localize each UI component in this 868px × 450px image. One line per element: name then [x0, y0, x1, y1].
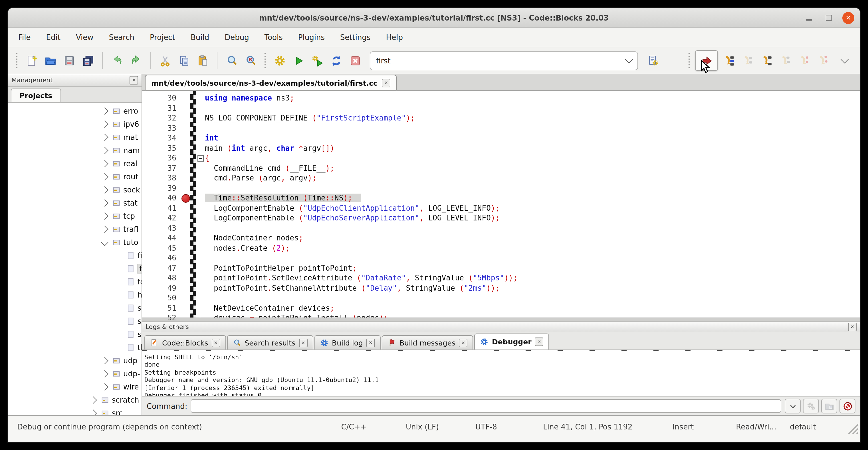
- menu-plugins[interactable]: Plugins: [298, 33, 325, 42]
- chevron-down-icon[interactable]: [101, 239, 108, 246]
- abort-build-button[interactable]: [346, 51, 364, 70]
- open-file-button[interactable]: [42, 51, 59, 70]
- tree-item-he[interactable]: he: [8, 289, 142, 302]
- chevron-right-icon[interactable]: [101, 108, 108, 115]
- build-button[interactable]: [271, 51, 288, 70]
- tree-item-th[interactable]: th: [8, 341, 142, 354]
- run-to-cursor-button[interactable]: [720, 51, 737, 70]
- menu-project[interactable]: Project: [150, 33, 175, 42]
- chevron-right-icon[interactable]: [90, 396, 97, 403]
- tree-item-wire[interactable]: wire: [8, 380, 142, 393]
- chevron-right-icon[interactable]: [101, 212, 108, 219]
- editor-horizontal-scrollbar[interactable]: [142, 318, 860, 322]
- new-file-button[interactable]: [23, 51, 40, 70]
- chevron-right-icon[interactable]: [101, 173, 108, 180]
- tree-item-erro[interactable]: erro: [8, 104, 142, 118]
- chevron-right-icon[interactable]: [101, 120, 108, 128]
- tree-item-fo[interactable]: fo: [8, 275, 142, 289]
- tree-item-tuto[interactable]: tuto: [8, 236, 142, 249]
- editor-tab-close-button[interactable]: ✕: [382, 79, 391, 87]
- tree-item-fir[interactable]: fir: [8, 262, 142, 275]
- toolbar-grip[interactable]: [688, 52, 690, 69]
- step-out-button[interactable]: [776, 51, 793, 70]
- tree-item-sock[interactable]: sock: [8, 183, 142, 197]
- logs-tab-close-button[interactable]: ✕: [535, 337, 544, 346]
- run-button[interactable]: [290, 51, 307, 70]
- code-text[interactable]: using namespace ns3; NS_LOG_COMPONENT_DE…: [204, 91, 860, 318]
- logs-tab-search-results[interactable]: Search results✕: [227, 335, 313, 350]
- menu-edit[interactable]: Edit: [46, 33, 61, 42]
- build-target-button[interactable]: [644, 51, 661, 70]
- logs-tab-build-log[interactable]: Build log✕: [314, 335, 381, 350]
- chevron-right-icon[interactable]: [101, 370, 108, 377]
- tree-item-se[interactable]: se: [8, 302, 142, 314]
- chevron-right-icon[interactable]: [101, 160, 108, 167]
- build-target-combo[interactable]: first: [370, 51, 638, 70]
- find-button[interactable]: [223, 51, 240, 70]
- chevron-right-icon[interactable]: [101, 199, 108, 206]
- fold-marker-icon[interactable]: [197, 155, 204, 161]
- command-input[interactable]: [191, 399, 781, 413]
- logs-tab-debugger[interactable]: Debugger✕: [474, 333, 549, 350]
- next-instruction-button[interactable]: [795, 51, 812, 70]
- breakpoint-margin[interactable]: [181, 91, 190, 318]
- chevron-right-icon[interactable]: [101, 147, 108, 154]
- tree-item-six[interactable]: six: [8, 328, 142, 341]
- chevron-right-icon[interactable]: [101, 186, 108, 193]
- step-into-instruction-button[interactable]: [814, 51, 831, 70]
- maximize-button[interactable]: [823, 12, 834, 23]
- close-button[interactable]: ✕: [842, 12, 854, 24]
- fold-margin[interactable]: [196, 91, 204, 318]
- tree-item-udp-[interactable]: udp-: [8, 367, 142, 380]
- breakpoint-icon[interactable]: [182, 194, 190, 203]
- logs-tab-close-button[interactable]: ✕: [299, 338, 307, 347]
- menu-search[interactable]: Search: [109, 33, 134, 42]
- menu-build[interactable]: Build: [191, 33, 209, 42]
- editor-tab-first-cc[interactable]: mnt/dev/tools/source/ns-3-dev/examples/t…: [145, 75, 397, 90]
- chevron-right-icon[interactable]: [101, 133, 108, 141]
- toolbar-overflow-button[interactable]: [836, 51, 853, 70]
- tree-item-udp[interactable]: udp: [8, 354, 142, 367]
- menu-view[interactable]: View: [76, 33, 94, 42]
- paste-button[interactable]: [194, 51, 211, 70]
- menu-tools[interactable]: Tools: [265, 33, 283, 42]
- chevron-down-button[interactable]: [785, 399, 801, 414]
- menu-help[interactable]: Help: [386, 33, 403, 42]
- resize-grip[interactable]: [846, 421, 858, 434]
- tree-item-se[interactable]: se: [8, 314, 142, 328]
- undo-button[interactable]: [108, 51, 126, 70]
- logs-tab-code-blocks[interactable]: Code::Blocks✕: [144, 335, 226, 350]
- tab-projects[interactable]: Projects: [11, 89, 61, 102]
- redo-button[interactable]: [127, 51, 144, 70]
- menu-debug[interactable]: Debug: [224, 33, 249, 42]
- tree-item-real[interactable]: real: [8, 157, 142, 170]
- stop-button[interactable]: [839, 399, 856, 414]
- tree-item-fif[interactable]: fif: [8, 249, 142, 262]
- tree-item-nam[interactable]: nam: [8, 144, 142, 157]
- menu-settings[interactable]: Settings: [340, 33, 371, 42]
- copy-button[interactable]: [175, 51, 192, 70]
- tree-item-tcp[interactable]: tcp: [8, 210, 142, 223]
- chevron-right-icon[interactable]: [101, 383, 108, 390]
- cut-button[interactable]: [156, 51, 174, 70]
- tree-item-scratch[interactable]: scratch: [8, 393, 142, 407]
- tree-item-rout[interactable]: rout: [8, 170, 142, 183]
- management-close-button[interactable]: ✕: [129, 76, 138, 85]
- toolbar-grip[interactable]: [16, 52, 18, 69]
- title-bar[interactable]: mnt/dev/tools/source/ns-3-dev/examples/t…: [8, 8, 860, 28]
- debug-continue-button[interactable]: [695, 50, 718, 71]
- tree-item-ipv6[interactable]: ipv6: [8, 118, 142, 131]
- logs-tab-close-button[interactable]: ✕: [459, 338, 467, 347]
- tree-item-mat[interactable]: mat: [8, 131, 142, 144]
- build-and-run-button[interactable]: [309, 51, 326, 70]
- toolbar-grip[interactable]: [264, 52, 267, 69]
- step-into-button[interactable]: [757, 51, 774, 70]
- code-editor[interactable]: 3031323334353637383940414243444546474849…: [142, 91, 860, 318]
- replace-button[interactable]: R: [242, 51, 259, 70]
- rebuild-button[interactable]: [328, 51, 345, 70]
- save-button[interactable]: [61, 51, 78, 70]
- logs-tab-close-button[interactable]: ✕: [212, 338, 220, 347]
- minimize-button[interactable]: [804, 12, 815, 23]
- save-all-button[interactable]: [79, 51, 96, 70]
- next-line-button[interactable]: [739, 51, 755, 70]
